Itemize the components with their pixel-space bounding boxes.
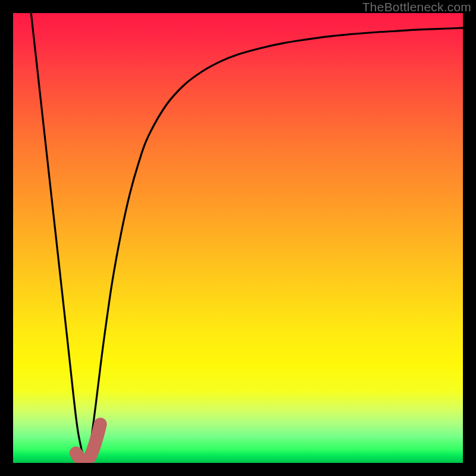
chart-frame: TheBottleneck.com xyxy=(0,0,476,476)
plot-area xyxy=(13,13,463,463)
watermark-text: TheBottleneck.com xyxy=(362,0,471,14)
heat-gradient-background xyxy=(13,13,463,463)
